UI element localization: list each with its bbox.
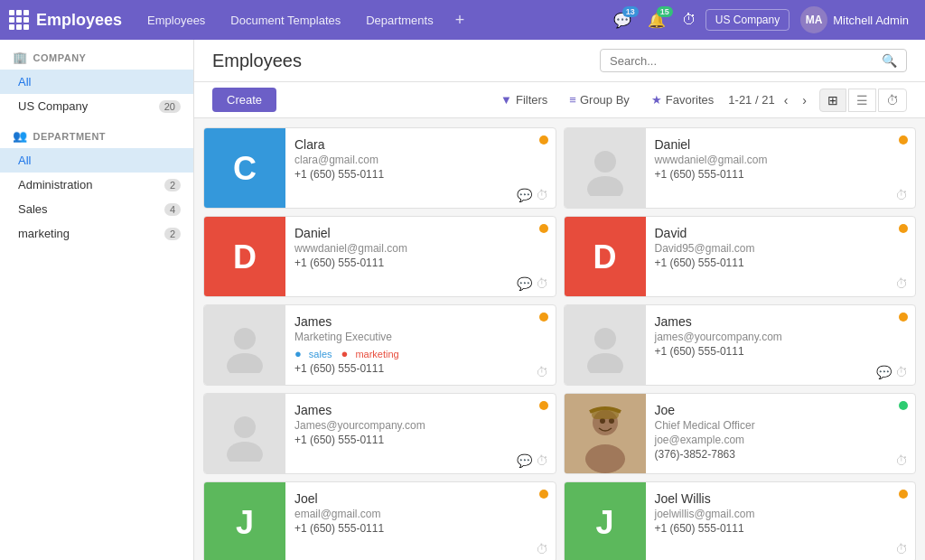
activity-icon[interactable]: ⏱ (536, 188, 548, 202)
employee-phone: +1 (650) 555-0111 (655, 257, 907, 269)
employee-phone: +1 (650) 555-0111 (655, 522, 907, 535)
company-selector[interactable]: US Company (705, 9, 790, 31)
employee-card[interactable]: Danielwwwdaniel@gmail.com+1 (650) 555-01… (564, 127, 917, 209)
kanban-view-button[interactable]: ⊞ (819, 89, 846, 112)
employee-email: David95@gmail.com (655, 242, 907, 255)
card-actions: 💬⏱ (517, 188, 548, 202)
employee-email: email@gmail.com (294, 508, 547, 520)
employee-phone: +1 (650) 555-0111 (294, 362, 547, 375)
main-container: 🏢 COMPANY All US Company 20 👥 DEPARTMENT… (0, 40, 925, 560)
avatar (565, 128, 646, 209)
company-section-header: 🏢 COMPANY (0, 40, 193, 70)
chat-icon[interactable]: 💬 (517, 453, 532, 468)
user-avatar: MA (800, 6, 827, 33)
employee-card[interactable]: JamesMarketing Executive●sales●marketing… (203, 304, 556, 386)
activity-icon[interactable]: ⏱ (895, 542, 908, 556)
sidebar-dept-all[interactable]: All (0, 148, 193, 173)
chat-icon[interactable]: 💬 (517, 188, 532, 202)
employee-card[interactable]: JamesJames@yourcompany.com+1 (650) 555-0… (203, 393, 556, 474)
sidebar-dept-sales[interactable]: Sales 4 (0, 197, 193, 221)
avatar: J (204, 482, 285, 560)
avatar (204, 394, 285, 474)
top-navigation: Employees Employees Document Templates D… (0, 0, 925, 40)
card-info: Danielwwwdaniel@gmail.com+1 (650) 555-01… (646, 128, 916, 208)
employee-card[interactable]: D Danielwwwdaniel@gmail.com+1 (650) 555-… (203, 216, 556, 297)
sidebar-company-us[interactable]: US Company 20 (0, 94, 193, 118)
clock-button[interactable]: ⏱ (677, 8, 702, 32)
card-actions: ⏱ (536, 365, 548, 379)
filters-button[interactable]: ▼ Filters (493, 89, 555, 110)
employee-phone: +1 (650) 555-0111 (655, 168, 907, 181)
groupby-button[interactable]: ≡ Group By (562, 89, 637, 110)
status-dot (899, 313, 908, 322)
sidebar-dept-sales-count: 4 (164, 203, 181, 216)
app-logo[interactable]: Employees (9, 10, 122, 30)
nav-departments[interactable]: Departments (355, 8, 444, 33)
nav-document-templates[interactable]: Document Templates (220, 8, 351, 33)
messages-button[interactable]: 💬 13 (608, 8, 637, 33)
card-info: JamesJames@yourcompany.com+1 (650) 555-0… (285, 394, 556, 473)
employee-tags: ●sales●marketing (294, 347, 547, 360)
chat-icon[interactable]: 💬 (876, 365, 892, 379)
add-menu-button[interactable]: + (448, 11, 472, 30)
app-title: Employees (36, 11, 122, 30)
status-dot (539, 490, 548, 499)
employee-card[interactable]: JoeChief Medical Officerjoe@example.com(… (564, 393, 917, 474)
employee-phone: +1 (650) 555-0111 (294, 434, 547, 446)
favorites-button[interactable]: ★ Favorites (644, 89, 721, 110)
nav-employees[interactable]: Employees (136, 8, 216, 33)
create-button[interactable]: Create (212, 88, 276, 112)
toolbar-right: ▼ Filters ≡ Group By ★ Favorites 1-21 / … (493, 89, 907, 112)
employee-card[interactable]: C Claraclara@gmail.com+1 (650) 555-0111 … (203, 127, 556, 209)
activity-icon[interactable]: ⏱ (536, 365, 548, 379)
card-info: Claraclara@gmail.com+1 (650) 555-0111 (285, 128, 556, 208)
card-info: JoeChief Medical Officerjoe@example.com(… (646, 394, 916, 473)
sidebar-dept-administration[interactable]: Administration 2 (0, 173, 193, 197)
sidebar-dept-administration-count: 2 (164, 179, 181, 191)
activity-icon[interactable]: ⏱ (895, 188, 908, 202)
sidebar: 🏢 COMPANY All US Company 20 👥 DEPARTMENT… (0, 40, 194, 560)
employee-card[interactable]: D DavidDavid95@gmail.com+1 (650) 555-011… (564, 216, 917, 297)
activity-icon[interactable]: ⏱ (895, 365, 908, 379)
status-dot (899, 135, 908, 145)
employee-email: clara@gmail.com (294, 154, 547, 166)
status-dot (539, 224, 548, 233)
activity-icon[interactable]: ⏱ (536, 453, 548, 468)
sidebar-company-all[interactable]: All (0, 70, 193, 94)
sidebar-dept-marketing[interactable]: marketing 2 (0, 221, 193, 246)
status-dot (899, 224, 908, 233)
employee-job: Chief Medical Officer (655, 419, 907, 432)
search-icon[interactable]: 🔍 (882, 53, 897, 68)
notifications-button[interactable]: 🔔 15 (642, 8, 671, 33)
list-view-button[interactable]: ☰ (848, 89, 876, 112)
employee-card[interactable]: J Joelemail@gmail.com+1 (650) 555-0111 ⏱ (203, 481, 556, 560)
employee-card[interactable]: Jamesjames@yourcompany.com+1 (650) 555-0… (564, 304, 917, 386)
clock-view-button[interactable]: ⏱ (878, 89, 907, 112)
groupby-icon: ≡ (569, 93, 576, 107)
activity-icon[interactable]: ⏱ (536, 276, 548, 291)
card-info: JamesMarketing Executive●sales●marketing… (285, 305, 556, 385)
avatar: D (565, 217, 646, 297)
search-input[interactable] (610, 54, 882, 68)
svg-point-0 (594, 151, 616, 173)
activity-icon[interactable]: ⏱ (895, 453, 908, 468)
employee-name: James (294, 403, 547, 417)
svg-point-4 (594, 328, 616, 350)
next-page-button[interactable]: › (797, 91, 812, 109)
employee-phone: +1 (650) 555-0111 (294, 168, 547, 181)
avatar: C (204, 128, 285, 209)
activity-icon[interactable]: ⏱ (895, 276, 908, 291)
activity-icon[interactable]: ⏱ (536, 542, 548, 556)
avatar: J (565, 482, 646, 560)
chat-icon[interactable]: 💬 (517, 276, 532, 291)
svg-point-5 (587, 353, 623, 373)
employee-card[interactable]: J Joel Willisjoelwillis@gmail.com+1 (650… (564, 481, 917, 560)
grid-icon (9, 10, 29, 30)
avatar: D (204, 217, 285, 297)
svg-point-3 (227, 353, 263, 373)
notifications-badge: 15 (657, 6, 673, 17)
employee-email: joelwillis@gmail.com (655, 508, 907, 520)
user-menu[interactable]: MA Mitchell Admin (793, 3, 916, 37)
status-dot (899, 401, 908, 410)
prev-page-button[interactable]: ‹ (779, 91, 794, 109)
